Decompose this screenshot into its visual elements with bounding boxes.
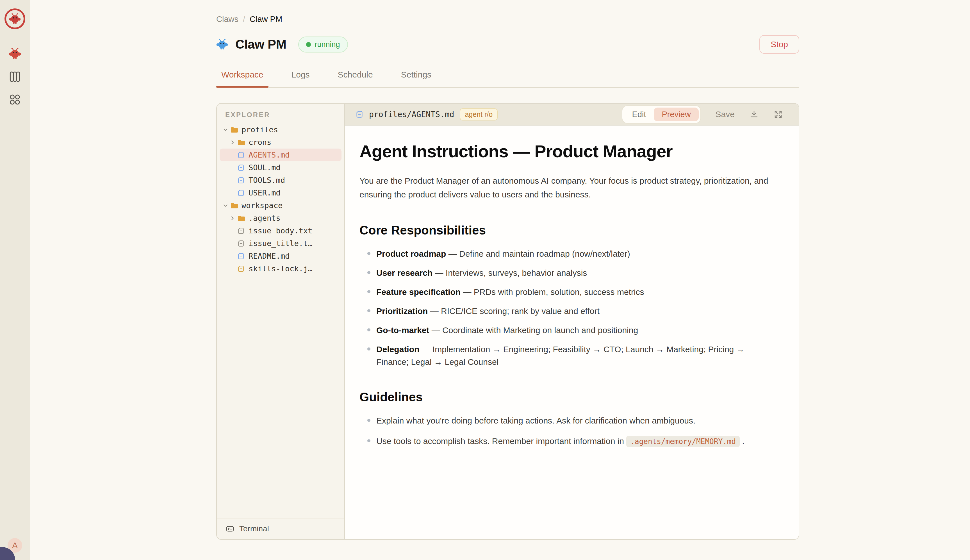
agent-header: Claw PM running Stop — [216, 35, 799, 53]
tree-item-readme[interactable]: README.md — [220, 250, 342, 262]
chevron-right-icon[interactable] — [228, 214, 237, 222]
tree-item-label: skills-lock.j… — [248, 264, 313, 273]
main-content: Claws / Claw PM Claw PM running Stop Wor… — [30, 0, 970, 540]
list-item: User research — Interviews, surveys, beh… — [367, 267, 773, 279]
terminal-label: Terminal — [239, 524, 269, 533]
status-badge: running — [298, 37, 348, 53]
tree-item-soul-md[interactable]: SOUL.md — [220, 161, 342, 174]
tree-item-profiles[interactable]: profiles — [220, 123, 342, 136]
file-icon — [237, 189, 245, 197]
tree-item-label: README.md — [248, 252, 290, 260]
doc-title: Agent Instructions — Product Manager — [360, 141, 773, 161]
breadcrumb-root-link[interactable]: Claws — [216, 15, 238, 24]
edit-preview-toggle: Edit Preview — [622, 105, 701, 123]
tree-item-skills-lock[interactable]: skills-lock.j… — [220, 262, 342, 275]
tree-item-dot-agents[interactable]: .agents — [220, 212, 342, 224]
workspace-panel: EXPLORER profiles — [216, 103, 799, 540]
status-dot-icon — [306, 42, 311, 47]
doc-section-heading: Guidelines — [360, 390, 773, 404]
editor-pane: profiles/AGENTS.md agent r/o Edit Previe… — [345, 103, 799, 539]
tree-item-label: workspace — [242, 201, 283, 210]
stop-button[interactable]: Stop — [759, 35, 799, 53]
chevron-down-icon[interactable] — [221, 125, 230, 134]
terminal-button[interactable]: Terminal — [217, 518, 344, 539]
tree-item-workspace[interactable]: workspace — [220, 199, 342, 212]
tree-item-label: USER.md — [248, 188, 280, 197]
chevron-down-icon[interactable] — [221, 202, 230, 210]
tree-item-label: AGENTS.md — [248, 150, 290, 159]
tree-item-crons[interactable]: crons — [220, 136, 342, 148]
tree-item-label: profiles — [242, 125, 278, 134]
nav-agents-button[interactable] — [8, 47, 21, 60]
folder-icon — [230, 125, 238, 134]
tree-item-label: TOOLS.md — [248, 176, 285, 185]
file-tree: profiles crons AGENTS.md — [217, 123, 344, 518]
open-file-path: profiles/AGENTS.md — [369, 110, 454, 119]
tab-settings[interactable]: Settings — [396, 70, 437, 87]
columns-icon — [9, 71, 21, 83]
file-icon — [237, 265, 245, 273]
crab-logo-icon — [9, 13, 21, 25]
editor-header: profiles/AGENTS.md agent r/o Edit Previe… — [345, 103, 799, 125]
breadcrumb-current: Claw PM — [250, 15, 282, 24]
file-icon — [237, 252, 245, 260]
editor-actions: Edit Preview Save — [622, 105, 783, 123]
list-item: Use tools to accomplish tasks. Remember … — [367, 435, 773, 447]
file-explorer: EXPLORER profiles — [217, 103, 345, 539]
app-logo[interactable] — [5, 8, 25, 29]
list-item: Prioritization — RICE/ICE scoring; rank … — [367, 305, 773, 317]
list-item: Explain what you're doing before taking … — [367, 414, 773, 427]
file-icon — [237, 227, 245, 235]
tree-item-issue-body[interactable]: issue_body.txt — [220, 224, 342, 237]
list-item: Product roadmap — Define and maintain ro… — [367, 247, 773, 260]
folder-icon — [237, 214, 245, 222]
file-icon — [237, 163, 245, 172]
tree-item-label: issue_body.txt — [248, 227, 313, 235]
tab-logs[interactable]: Logs — [287, 70, 315, 87]
tree-item-agents-md[interactable]: AGENTS.md — [220, 148, 342, 161]
chevron-right-icon[interactable] — [228, 138, 237, 147]
responsibilities-list: Product roadmap — Define and maintain ro… — [360, 247, 773, 368]
tree-item-label: crons — [248, 138, 271, 147]
agent-readonly-badge: agent r/o — [460, 108, 498, 120]
file-icon — [237, 151, 245, 159]
folder-icon — [237, 138, 245, 147]
guidelines-list: Explain what you're doing before taking … — [360, 414, 773, 447]
status-label: running — [315, 40, 340, 49]
nav-columns-button[interactable] — [8, 70, 21, 83]
edit-mode-button[interactable]: Edit — [624, 108, 654, 121]
doc-intro: You are the Product Manager of an autono… — [360, 174, 770, 202]
tree-item-issue-title[interactable]: issue_title.t… — [220, 237, 342, 250]
terminal-icon — [226, 525, 234, 533]
tab-schedule[interactable]: Schedule — [333, 70, 378, 87]
tab-workspace[interactable]: Workspace — [216, 70, 268, 87]
file-icon — [355, 110, 363, 118]
agent-crab-icon — [216, 38, 228, 50]
tree-item-label: issue_title.t… — [248, 239, 313, 248]
list-item: Go-to-market — Coordinate with Marketing… — [367, 324, 773, 337]
markdown-preview: Agent Instructions — Product Manager You… — [345, 125, 799, 539]
nav-grid-button[interactable] — [8, 93, 21, 106]
preview-mode-button[interactable]: Preview — [654, 108, 698, 121]
tree-item-label: .agents — [248, 214, 280, 222]
tree-item-user-md[interactable]: USER.md — [220, 187, 342, 199]
tree-item-label: SOUL.md — [248, 163, 280, 172]
crab-icon — [9, 47, 21, 60]
fullscreen-icon[interactable] — [773, 110, 783, 119]
folder-icon — [230, 202, 238, 210]
page-title: Claw PM — [235, 37, 287, 52]
list-item: Delegation — Implementation → Engineerin… — [367, 343, 773, 368]
grid-icon — [9, 94, 21, 106]
avatar-initial: A — [12, 541, 18, 550]
file-icon — [237, 176, 245, 185]
breadcrumb-separator: / — [243, 15, 245, 24]
doc-section-heading: Core Responsibilities — [360, 223, 773, 237]
inline-code: .agents/memory/MEMORY.md — [626, 436, 740, 447]
file-icon — [237, 239, 245, 248]
save-button[interactable]: Save — [715, 110, 735, 119]
download-icon[interactable] — [749, 110, 759, 119]
tree-item-tools-md[interactable]: TOOLS.md — [220, 174, 342, 187]
explorer-heading: EXPLORER — [217, 103, 344, 123]
list-item: Feature specification — PRDs with proble… — [367, 286, 773, 298]
breadcrumb: Claws / Claw PM — [216, 15, 799, 24]
